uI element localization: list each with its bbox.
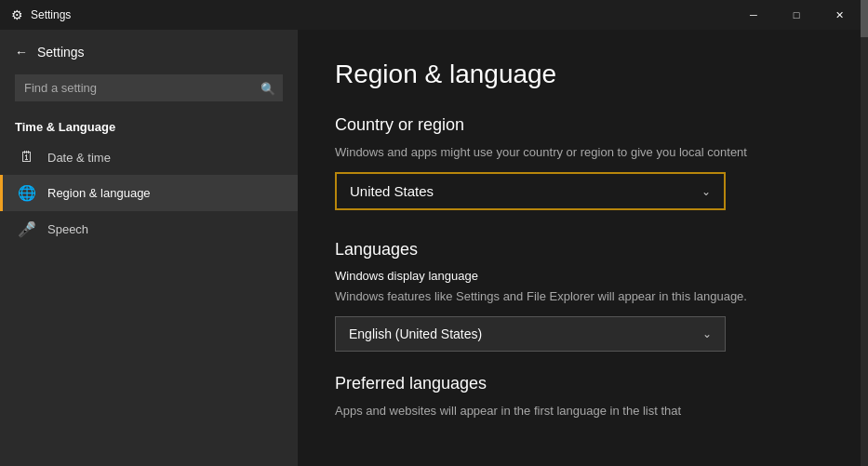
- languages-section: Languages Windows display language Windo…: [335, 240, 831, 419]
- sidebar-section-title: Time & Language: [0, 109, 298, 140]
- country-section-desc: Windows and apps might use your country …: [335, 144, 831, 161]
- scrollbar-thumb[interactable]: [861, 30, 868, 37]
- country-dropdown[interactable]: United States ⌄: [335, 172, 726, 210]
- date-time-icon: 🗓: [18, 149, 36, 166]
- country-dropdown-chevron: ⌄: [701, 185, 711, 198]
- display-language-value: English (United States): [349, 326, 482, 341]
- sidebar-item-region-language[interactable]: 🌐 Region & language: [0, 175, 298, 211]
- scrollbar-track[interactable]: [861, 30, 868, 466]
- page-title: Region & language: [335, 60, 831, 89]
- display-language-dropdown[interactable]: English (United States) ⌄: [335, 316, 726, 352]
- region-language-icon: 🌐: [18, 184, 36, 202]
- title-bar-title: Settings: [31, 8, 71, 21]
- sidebar-item-speech[interactable]: 🎤 Speech: [0, 211, 298, 247]
- country-section: Country or region Windows and apps might…: [335, 115, 831, 210]
- back-arrow-icon: ←: [15, 45, 28, 60]
- title-bar: ⚙ Settings ─ □ ✕: [0, 0, 868, 30]
- sidebar-item-label-region-language: Region & language: [47, 186, 151, 200]
- title-bar-left: ⚙ Settings: [11, 7, 71, 22]
- search-container: 🔍: [15, 74, 283, 101]
- preferred-languages-title: Preferred languages: [335, 374, 831, 393]
- languages-section-title: Languages: [335, 240, 831, 260]
- sidebar-item-label-speech: Speech: [47, 222, 88, 236]
- maximize-button[interactable]: □: [775, 0, 818, 30]
- sidebar-item-label-date-time: Date & time: [47, 151, 111, 165]
- sidebar: ← Settings 🔍 Time & Language 🗓 Date & ti…: [0, 30, 298, 466]
- title-bar-controls: ─ □ ✕: [732, 0, 861, 30]
- display-language-label: Windows display language: [335, 269, 831, 283]
- content-area: Region & language Country or region Wind…: [298, 30, 868, 466]
- close-button[interactable]: ✕: [818, 0, 861, 30]
- speech-icon: 🎤: [18, 220, 36, 238]
- back-button[interactable]: ← Settings: [0, 37, 298, 67]
- preferred-languages-desc: Apps and websites will appear in the fir…: [335, 403, 831, 419]
- country-section-title: Country or region: [335, 115, 831, 135]
- display-language-chevron: ⌄: [702, 327, 712, 340]
- country-dropdown-container: United States ⌄: [335, 172, 831, 210]
- search-input[interactable]: [15, 74, 283, 101]
- app-body: ← Settings 🔍 Time & Language 🗓 Date & ti…: [0, 30, 868, 466]
- search-icon[interactable]: 🔍: [260, 81, 275, 95]
- minimize-button[interactable]: ─: [732, 0, 775, 30]
- sidebar-item-date-time[interactable]: 🗓 Date & time: [0, 140, 298, 175]
- country-dropdown-value: United States: [350, 183, 434, 199]
- sidebar-title: Settings: [37, 45, 85, 60]
- settings-icon: ⚙: [11, 7, 23, 22]
- display-language-desc: Windows features like Settings and File …: [335, 288, 831, 305]
